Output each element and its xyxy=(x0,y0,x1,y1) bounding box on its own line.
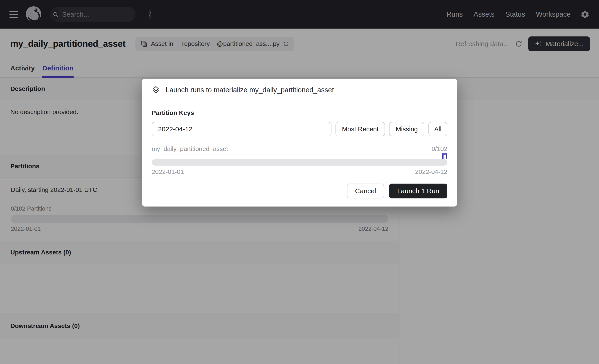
dialog-header: Launch runs to materialize my_daily_part… xyxy=(142,79,457,101)
dialog-range-end: 2022-04-12 xyxy=(415,168,447,175)
dialog-partition-progress: my_daily_partitioned_asset 0/102 2022-01… xyxy=(152,145,447,175)
cancel-button[interactable]: Cancel xyxy=(347,183,384,199)
dialog-title: Launch runs to materialize my_daily_part… xyxy=(166,86,334,94)
launch-run-button[interactable]: Launch 1 Run xyxy=(389,183,447,199)
partition-keys-label: Partition Keys xyxy=(152,109,447,117)
layers-icon xyxy=(152,86,160,94)
selected-partition-marker xyxy=(442,153,447,159)
dialog-asset-name: my_daily_partitioned_asset xyxy=(152,145,228,153)
partition-keys-row: Most Recent Missing All xyxy=(152,122,447,136)
filter-most-recent-button[interactable]: Most Recent xyxy=(335,122,385,136)
dialog-partition-count: 0/102 xyxy=(432,145,447,153)
dialog-range-start: 2022-01-01 xyxy=(152,168,184,175)
materialize-dialog: Launch runs to materialize my_daily_part… xyxy=(142,79,457,207)
dialog-footer: Cancel Launch 1 Run xyxy=(142,183,457,207)
app-screen: / Runs Assets Status Workspace my_daily_… xyxy=(0,0,599,364)
selection-marker-row xyxy=(152,153,447,159)
dialog-body: Partition Keys Most Recent Missing All m… xyxy=(142,101,457,175)
partition-keys-input[interactable] xyxy=(152,122,331,136)
filter-missing-button[interactable]: Missing xyxy=(389,122,424,136)
dialog-progress-bar xyxy=(152,159,447,165)
filter-all-button[interactable]: All xyxy=(428,122,447,136)
